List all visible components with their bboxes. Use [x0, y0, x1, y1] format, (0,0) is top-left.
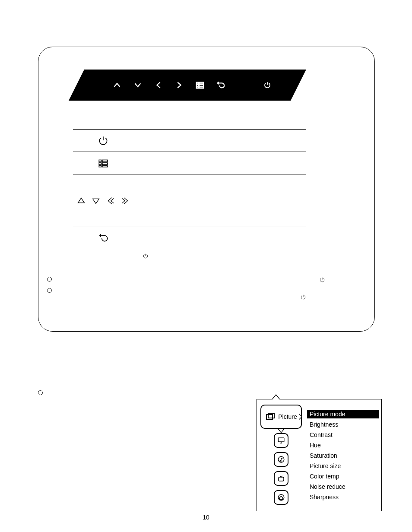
right-icon [174, 80, 184, 90]
down-icon [133, 80, 143, 90]
spec-text: Switches the TV between on and standby m… [133, 136, 306, 144]
spec-text: Using when no OSD shown, display the mai… [133, 155, 306, 163]
up-icon [112, 80, 122, 90]
power-inline-icon [319, 277, 325, 283]
osd-items: Picture mode Brightness Contrast Hue Sat… [307, 410, 379, 501]
svg-rect-0 [196, 82, 199, 84]
nav-outline-icons [73, 196, 133, 206]
svg-rect-8 [99, 162, 101, 164]
svg-rect-7 [102, 160, 108, 162]
basic-title: Basic Operation of the Menus [38, 372, 136, 380]
control-panel-figure: Control Panel Button Function Switches t… [38, 47, 375, 332]
bullet-text: On some models, you may need to press th… [55, 286, 315, 304]
svg-rect-3 [199, 85, 203, 86]
osd-item-saturation[interactable]: Saturation [307, 451, 379, 460]
menu-outline-icon [73, 158, 133, 169]
side-power-1: or key. [312, 276, 368, 283]
left-icon [153, 80, 164, 90]
osd-item-color-temp[interactable]: Color temp [307, 472, 379, 481]
power-inline-icon [300, 294, 306, 300]
note-text: unplug from the mains socket. [73, 268, 306, 276]
svg-rect-2 [196, 85, 199, 86]
lower-bullets: You can operate the menus using the butt… [38, 389, 241, 409]
osd-item-brightness[interactable]: Brightness [307, 420, 379, 429]
bullet-dot-icon [38, 390, 43, 395]
spec-text: Using when no OSD shown, as the PR+/-, V… [133, 177, 306, 193]
svg-rect-6 [99, 160, 101, 162]
svg-rect-15 [268, 413, 274, 418]
svg-marker-13 [93, 199, 99, 203]
osd-tab-sound[interactable] [274, 452, 288, 467]
home-icon [277, 494, 285, 501]
bullet-dot-icon [47, 277, 52, 282]
svg-rect-16 [278, 438, 284, 442]
panel-bullets: The menu will automatically close after … [47, 275, 315, 307]
svg-rect-10 [99, 165, 101, 167]
picture-icon [265, 412, 276, 422]
spec-row-menu: Using when no OSD shown, display the mai… [73, 152, 306, 174]
power-icon [262, 80, 273, 90]
svg-rect-5 [199, 87, 203, 89]
osd-item-sharpness[interactable]: Sharpness [307, 493, 379, 501]
bullet-text: You can operate the menus using the butt… [46, 389, 241, 406]
side-power-2: or key in standby [293, 293, 371, 300]
spec-text: Using when main menu shown, as the arrow… [133, 201, 306, 216]
osd-tab-label: Picture [278, 413, 297, 420]
list-item: The menu will automatically close after … [47, 275, 315, 284]
tv-button-bar [69, 70, 306, 101]
osd-tab-picture[interactable]: Picture [260, 405, 302, 429]
osd-item-picture-size[interactable]: Picture size [307, 462, 379, 470]
note-text: POWER [150, 252, 172, 259]
menu-icon [195, 80, 205, 90]
tv-icon [277, 475, 285, 482]
osd-item-hue[interactable]: Hue [307, 441, 379, 450]
list-item: You can operate the menus using the butt… [38, 389, 241, 406]
back-icon [216, 80, 226, 90]
svg-rect-1 [199, 82, 203, 84]
spec-text: to move around and change settings in th… [133, 216, 306, 224]
spec-row-nav: Using when no OSD shown, as the PR+/-, V… [73, 174, 306, 227]
note-text: key on the remote control can only make … [174, 252, 298, 259]
bullet-text: The menu will automatically close after … [55, 275, 315, 284]
osd-item-picture-mode[interactable]: Picture mode [307, 410, 379, 418]
osd-menu: Picture Picture mode Brightness Contrast… [257, 399, 382, 511]
spec-row-power: Switches the TV between on and standby m… [73, 129, 306, 152]
osd-tab-channel[interactable] [274, 471, 288, 486]
note-block: NOTE: Press the {icon} key or the POWER … [73, 244, 306, 276]
panel-title: Control Panel Button Function [69, 53, 187, 63]
operating-title: Operating the TV menu [38, 353, 128, 363]
spec-text: Using when no OSD shown, display the Sou… [133, 230, 306, 238]
power-outline-icon [73, 135, 133, 146]
monitor-icon [277, 437, 285, 444]
chevron-right-icon [299, 413, 302, 420]
note-title: NOTE: [73, 244, 306, 252]
osd-tabs: Picture [260, 405, 302, 505]
note-text: standby. If you are not going to use thi… [73, 260, 306, 267]
chevron-down-icon [278, 429, 285, 433]
power-inline-icon [143, 253, 149, 259]
spec-text: control to select channel and adjust vol… [133, 193, 306, 200]
osd-top-notch-icon [272, 394, 280, 399]
osd-item-contrast[interactable]: Contrast [307, 431, 379, 439]
osd-tab-home[interactable] [274, 490, 288, 505]
svg-rect-14 [266, 415, 273, 419]
svg-rect-9 [102, 162, 108, 164]
spec-text: Using when main menu shown, to confirm t… [133, 163, 306, 171]
svg-rect-20 [279, 477, 284, 481]
button-spec-table: Switches the TV between on and standby m… [73, 129, 306, 249]
note-text: Press the {icon} key or the [73, 252, 143, 259]
svg-rect-4 [196, 87, 199, 89]
page-number: 10 [203, 514, 209, 521]
bullet-dot-icon [47, 288, 52, 293]
osd-tab-display[interactable] [274, 433, 288, 448]
svg-rect-11 [102, 165, 108, 167]
svg-marker-12 [78, 198, 85, 203]
music-note-icon [277, 456, 285, 463]
osd-item-noise-reduce[interactable]: Noise reduce [307, 482, 379, 491]
back-outline-icon [73, 232, 133, 244]
list-item: On some models, you may need to press th… [47, 286, 315, 304]
